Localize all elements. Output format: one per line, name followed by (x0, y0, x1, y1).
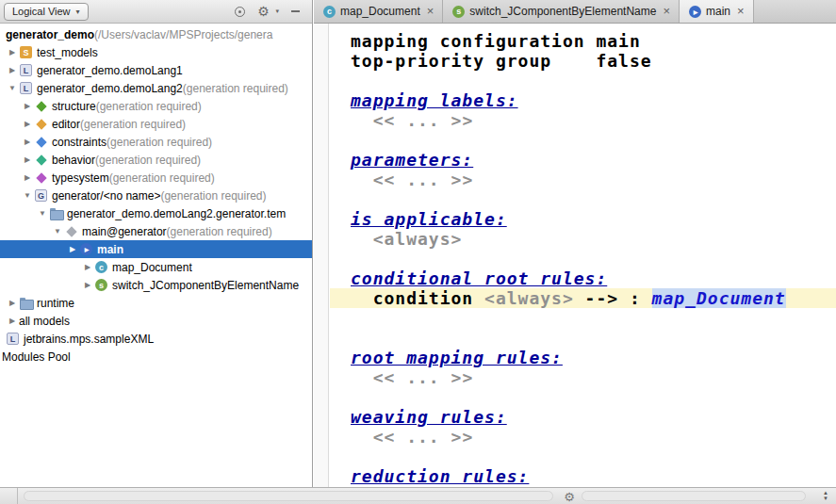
expanded-arrow-icon[interactable]: ▼ (51, 227, 64, 236)
editor-aspect-icon (35, 118, 47, 130)
tree-item-label: generator_demo.demoLang1 (37, 64, 183, 77)
tree-horizontal-scrollbar[interactable] (24, 491, 553, 501)
generator-icon: G (35, 189, 47, 202)
editor-line-highlighted[interactable]: condition <always> --> : map_Document (330, 288, 836, 308)
tree-row[interactable]: ▶structure (generation required) (0, 97, 312, 115)
collapsed-arrow-icon[interactable]: ▶ (6, 299, 19, 307)
editor-tab-map_Document[interactable]: cmap_Document× (314, 0, 443, 23)
tree-row[interactable]: ▶editor (generation required) (0, 115, 312, 133)
expanded-arrow-icon[interactable]: ▼ (36, 209, 49, 218)
collapsed-arrow-icon[interactable]: ▶ (21, 120, 34, 128)
node-switch-icon: s (452, 6, 465, 18)
tree-item-label: test_models (37, 46, 98, 59)
expanded-arrow-icon[interactable]: ▼ (21, 191, 34, 200)
hide-panel-icon[interactable] (287, 4, 303, 19)
model-icon: S (20, 46, 32, 58)
editor-line[interactable]: weaving rules: (330, 407, 836, 427)
collapsed-arrow-icon[interactable]: ▶ (21, 155, 34, 164)
collapsed-arrow-icon[interactable]: ▶ (6, 48, 19, 57)
tree-row[interactable]: ▶typesystem (generation required) (0, 169, 312, 187)
tree-row[interactable]: ▶behavior (generation required) (0, 151, 312, 169)
editor-line[interactable] (330, 189, 836, 209)
close-tab-icon[interactable]: × (427, 7, 434, 16)
editor-line[interactable]: conditional root rules: (330, 268, 836, 288)
collapsed-arrow-icon[interactable]: ▶ (6, 66, 19, 74)
tree-row[interactable]: ▼Lgenerator_demo.demoLang2 (generation r… (0, 79, 312, 97)
tree-row[interactable]: ▶▶main (0, 240, 312, 258)
tree-row[interactable]: ▶Lgenerator_demo.demoLang1 (0, 61, 312, 79)
tree-row[interactable]: Ljetbrains.mps.sampleXML (0, 330, 312, 348)
collapsed-arrow-icon[interactable]: ▶ (21, 102, 34, 110)
tree-row[interactable]: ▶Stest_models (0, 43, 312, 61)
collapsed-arrow-icon[interactable]: ▶ (81, 263, 94, 271)
mps-ide-window: Logical View ▾ ▾ generator_demo (/Users/… (0, 0, 836, 504)
rule-section-header[interactable]: reduction rules: (351, 466, 529, 486)
rule-section-header[interactable]: weaving rules: (351, 407, 507, 427)
rule-section-header[interactable]: mapping labels: (351, 90, 518, 110)
editor-tab-switch_JComponentByElementName[interactable]: sswitch_JComponentByElementName× (443, 0, 680, 23)
rule-section-header[interactable]: is applicable: (351, 209, 507, 229)
tree-row[interactable]: ▼Ggenerator/<no name> (generation requir… (0, 187, 312, 204)
editor-text (351, 229, 373, 249)
editor-tab-bar[interactable]: cmap_Document×sswitch_JComponentByElemen… (314, 0, 836, 24)
editor-line[interactable]: root mapping rules: (330, 348, 836, 367)
settings-gear-icon[interactable] (255, 4, 270, 19)
editor-line[interactable] (330, 130, 836, 150)
editor-line[interactable]: << ... >> (330, 110, 836, 130)
collapsed-arrow-icon[interactable]: ▶ (66, 245, 79, 253)
scrollbar-gear-icon[interactable] (562, 489, 577, 504)
editor-line[interactable]: is applicable: (330, 209, 836, 229)
close-tab-icon[interactable]: × (663, 7, 670, 16)
tree-row[interactable]: ▼main@generator (generation required) (0, 222, 312, 240)
tree-row[interactable]: ▶cmap_Document (0, 258, 312, 276)
editor-tab-main[interactable]: ▶main× (680, 0, 754, 23)
scroll-arrows-icon[interactable]: ▲ ▼ (823, 490, 828, 501)
view-selector-dropdown[interactable]: Logical View ▾ (4, 3, 89, 21)
editor-line[interactable] (330, 249, 836, 268)
editor-line[interactable] (330, 387, 836, 407)
tree-item-suffix: (generation required) (109, 171, 215, 185)
tab-label: map_Document (340, 5, 420, 18)
editor-content[interactable]: mapping configuration maintop-priority g… (330, 24, 836, 487)
expanded-arrow-icon[interactable]: ▼ (6, 84, 19, 92)
rule-section-header[interactable]: parameters: (351, 150, 473, 170)
editor-text (351, 367, 373, 387)
editor-line[interactable]: << ... >> (330, 367, 836, 387)
editor-line[interactable]: top-priority group false (330, 51, 836, 71)
scroll-down-icon[interactable]: ▼ (823, 496, 828, 501)
tree-row[interactable]: ▶all models (0, 312, 312, 330)
editor-line[interactable]: << ... >> (330, 427, 836, 447)
collapsed-arrow-icon[interactable]: ▶ (81, 281, 94, 289)
behavior-aspect-icon (35, 154, 47, 166)
tree-row[interactable]: Modules Pool (0, 348, 312, 366)
view-selector-label: Logical View (12, 6, 71, 17)
tree-item-label: generator_demo.demoLang2 (37, 82, 183, 95)
rule-section-header[interactable]: conditional root rules: (351, 268, 607, 288)
rule-section-header[interactable]: root mapping rules: (351, 348, 563, 367)
collapsed-arrow-icon[interactable]: ▶ (21, 138, 34, 146)
tree-row[interactable]: generator_demo (/Users/vaclav/MPSProject… (0, 25, 312, 43)
editor-line[interactable] (330, 71, 836, 90)
tree-row[interactable]: ▶sswitch_JComponentByElementName (0, 276, 312, 294)
tree-row[interactable]: ▶runtime (0, 294, 312, 312)
close-tab-icon[interactable]: × (737, 7, 745, 16)
editor-line[interactable] (330, 328, 836, 348)
editor-line[interactable]: reduction rules: (330, 466, 836, 486)
tree-row[interactable]: ▶constraints (generation required) (0, 133, 312, 151)
collapsed-arrow-icon[interactable]: ▶ (21, 173, 34, 182)
locate-icon[interactable] (232, 4, 247, 19)
editor-text: condition (351, 288, 484, 308)
editor-line[interactable]: mapping labels: (330, 90, 836, 110)
collapsed-arrow-icon[interactable]: ▶ (6, 317, 19, 325)
editor-line[interactable] (330, 308, 836, 328)
editor-line[interactable]: << ... >> (330, 170, 836, 189)
tree-row[interactable]: ▼generator_demo.demoLang2.generator.tem (0, 204, 312, 222)
editor-horizontal-scrollbar[interactable] (582, 491, 806, 501)
editor-line[interactable]: <always> (330, 229, 836, 249)
editor-line[interactable]: parameters: (330, 150, 836, 170)
editor-line[interactable] (330, 447, 836, 466)
editor-line[interactable]: mapping configuration main (330, 31, 836, 51)
project-tree[interactable]: generator_demo (/Users/vaclav/MPSProject… (0, 24, 312, 487)
node-reference-link[interactable]: map_Document (652, 288, 786, 308)
editor[interactable]: mapping configuration maintop-priority g… (314, 24, 836, 487)
